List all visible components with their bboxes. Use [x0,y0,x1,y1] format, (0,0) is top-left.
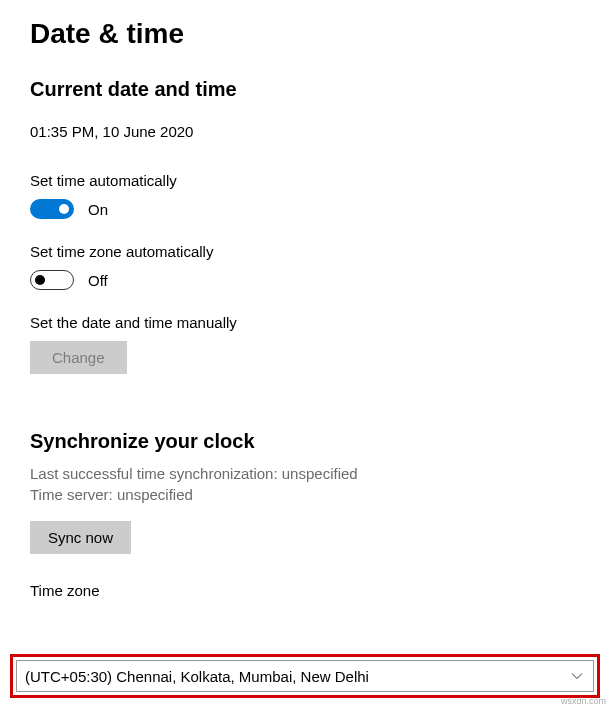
sync-time-server: Time server: unspecified [30,484,580,505]
auto-time-label: Set time automatically [30,172,580,189]
page-title: Date & time [30,18,580,50]
auto-zone-state: Off [88,272,108,289]
watermark: wsxdn.com [561,696,606,706]
current-datetime-value: 01:35 PM, 10 June 2020 [30,123,580,140]
toggle-thumb-icon [35,275,45,285]
sync-last-success: Last successful time synchronization: un… [30,463,580,484]
auto-zone-label: Set time zone automatically [30,243,580,260]
current-datetime-heading: Current date and time [30,78,580,101]
timezone-dropdown[interactable]: (UTC+05:30) Chennai, Kolkata, Mumbai, Ne… [16,660,594,692]
auto-time-toggle[interactable] [30,199,74,219]
sync-now-button[interactable]: Sync now [30,521,131,554]
timezone-highlight-box: (UTC+05:30) Chennai, Kolkata, Mumbai, Ne… [10,654,600,698]
manual-datetime-label: Set the date and time manually [30,314,580,331]
auto-time-state: On [88,201,108,218]
change-button: Change [30,341,127,374]
toggle-thumb-icon [59,204,69,214]
chevron-down-icon [571,670,583,682]
timezone-label: Time zone [30,582,580,599]
sync-heading: Synchronize your clock [30,430,580,453]
auto-zone-toggle[interactable] [30,270,74,290]
timezone-selected-value: (UTC+05:30) Chennai, Kolkata, Mumbai, Ne… [25,668,369,685]
